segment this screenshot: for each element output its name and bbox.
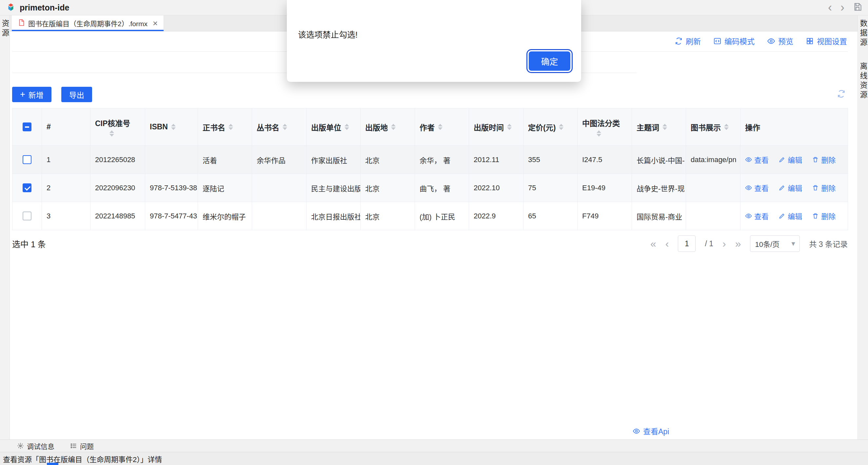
sidebar-item-datasource[interactable]: 数据源 [859,19,867,48]
cell-cip: 2012265028 [90,146,145,174]
edit-button[interactable]: 编辑 [778,210,802,221]
delete-button[interactable]: 删除 [812,210,836,221]
view-settings-button[interactable]: 视图设置 [806,35,847,46]
cell-clc: I247.5 [578,146,632,174]
sort-icon[interactable] [559,124,563,130]
page-size-select[interactable]: 10条/页 ▾ [750,235,800,252]
nav-forward-icon[interactable]: › [840,2,844,13]
view-button[interactable]: 查看 [745,210,769,221]
alert-dialog: 该选项禁止勾选! 确定 [287,0,581,82]
cell-cip: 2022096230 [90,174,145,202]
cell-price: 75 [524,174,578,202]
cell-isbn: 978-7-5477-43 [145,202,198,230]
row-actions-cell: 查看 编辑 删除 [741,202,848,230]
select-all-header-cell [12,108,42,146]
edit-button[interactable]: 编辑 [778,154,802,165]
sort-icon[interactable] [597,130,601,137]
cell-price: 65 [524,202,578,230]
header-title: 正书名 [198,108,252,146]
table-actions: + 新增 导出 [12,87,848,102]
table-row: 2 2022096230 978-7-5139-38 逐陆记 民主与建设出版 北… [12,174,848,202]
cell-author: 曲飞， 著 [415,174,469,202]
pencil-icon [778,185,785,191]
trash-icon [812,185,819,191]
code-mode-button[interactable]: 编码模式 [713,35,754,46]
view-toolbar: 刷新 编码模式 预览 视图设置 [675,35,847,46]
header-display: 图书展示 [686,108,741,146]
preview-button[interactable]: 预览 [767,35,793,46]
sort-icon[interactable] [110,130,114,137]
cell-series: 余华作品 [252,146,307,174]
sort-icon[interactable] [438,124,442,130]
problems-button[interactable]: 问题 [70,441,94,451]
sort-icon[interactable] [228,124,233,130]
sort-icon[interactable] [724,124,729,130]
trash-icon [812,156,819,163]
sidebar-item-offline-resources[interactable]: 离线资源 [859,62,867,100]
tab-close-icon[interactable]: × [153,19,158,28]
sort-icon[interactable] [391,124,396,130]
cell-clc: F749 [578,202,632,230]
add-button[interactable]: + 新增 [12,87,52,102]
first-page-icon[interactable]: « [650,238,656,249]
eye-icon [745,156,752,163]
header-series: 丛书名 [252,108,307,146]
row-checkbox[interactable] [23,211,31,221]
cell-place: 北京 [361,202,415,230]
sort-icon[interactable] [507,124,512,130]
cell-cip: 2022148985 [90,202,145,230]
ok-button[interactable]: 确定 [529,52,570,71]
status-text: 查看资源「图书在版编目（生命周期事件2）」详情 [3,454,162,464]
page-total: / 1 [705,239,713,248]
cell-index: 1 [42,146,90,174]
delete-button[interactable]: 删除 [812,154,836,165]
prev-page-icon[interactable]: ‹ [665,238,669,249]
export-button[interactable]: 导出 [61,87,92,102]
sort-icon[interactable] [344,124,349,130]
left-rail: 资源 [0,15,10,439]
save-icon[interactable] [853,2,862,13]
cell-publisher: 民主与建设出版 [307,174,361,202]
sort-icon[interactable] [171,124,176,130]
eye-icon [745,212,752,220]
select-all-checkbox[interactable] [23,123,31,131]
bottom-toolbar: 调试信息 问题 [0,439,868,452]
cell-title: 维米尔的帽子 [198,202,252,230]
table-row: 3 2022148985 978-7-5477-43 维米尔的帽子 北京日报出版… [12,202,848,230]
view-button[interactable]: 查看 [745,154,769,165]
refresh-icon [675,37,683,45]
view-api-link[interactable]: 查看Api [633,425,669,436]
taskbar-peek-accent [47,463,58,465]
eye-icon [745,185,752,191]
nav-back-icon[interactable]: ‹ [828,2,832,13]
tab-book-cip-form[interactable]: 图书在版编目（生命周期事件2）.formx × [12,15,164,31]
cell-pubdate: 2022.10 [469,174,524,202]
sync-icon[interactable] [837,90,846,100]
last-page-icon[interactable]: » [735,238,741,249]
cell-publisher: 作家出版社 [307,146,361,174]
sort-icon[interactable] [662,124,667,130]
cell-author: (加) 卜正民 [415,202,469,230]
row-select-cell [12,202,42,230]
header-isbn: ISBN [145,108,198,146]
row-checkbox[interactable] [23,155,31,164]
edit-button[interactable]: 编辑 [778,182,802,193]
next-page-icon[interactable]: › [722,238,726,249]
sort-icon[interactable] [283,124,287,130]
debug-info-button[interactable]: 调试信息 [17,441,54,451]
page-input[interactable] [678,235,695,252]
delete-button[interactable]: 删除 [812,182,836,193]
row-checkbox[interactable] [23,184,31,192]
cell-series [252,174,307,202]
view-button[interactable]: 查看 [745,182,769,193]
header-subject: 主题词 [632,108,686,146]
total-records: 共 3 条记录 [809,238,848,249]
sidebar-item-resources[interactable]: 资源 [1,19,8,38]
preview-icon [767,37,775,45]
row-select-cell [12,174,42,202]
grid-icon [806,37,814,45]
cell-place: 北京 [361,146,415,174]
refresh-button[interactable]: 刷新 [675,35,701,46]
trash-icon [812,212,819,220]
cell-price: 355 [524,146,578,174]
